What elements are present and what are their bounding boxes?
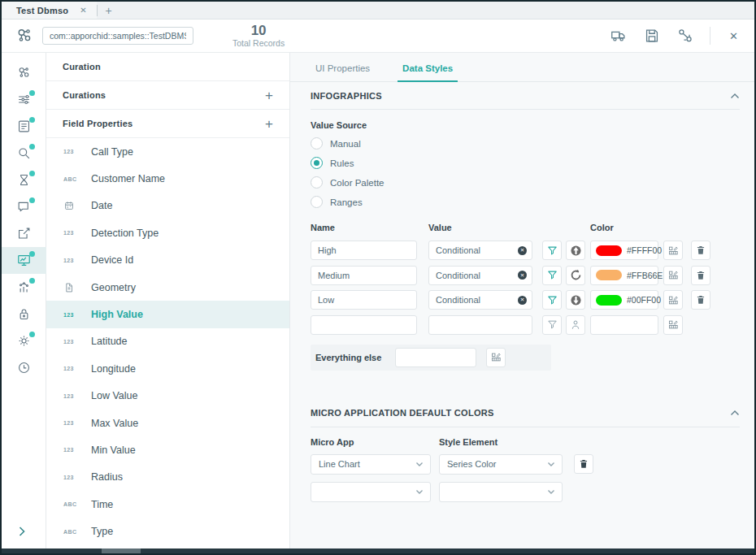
collapse-chevron-icon[interactable] bbox=[730, 410, 740, 416]
horizontal-scrollbar[interactable] bbox=[2, 548, 754, 553]
sidebar-item-pipeline[interactable] bbox=[2, 59, 46, 86]
field-item-detection-type[interactable]: 123 Detection Type bbox=[46, 219, 289, 246]
radio-rules[interactable]: Rules bbox=[311, 157, 740, 169]
sidebar-item-dashboard[interactable] bbox=[2, 247, 46, 274]
filter-funnel-button[interactable] bbox=[542, 290, 562, 310]
sidebar-item-publish[interactable] bbox=[2, 220, 46, 247]
column-header-style-element: Style Element bbox=[439, 437, 497, 447]
scrollbar-thumb[interactable] bbox=[102, 548, 141, 553]
palette-picker-button[interactable] bbox=[663, 315, 683, 335]
clear-value-icon[interactable]: ✕ bbox=[518, 271, 527, 280]
field-item-time[interactable]: ABC Time bbox=[46, 491, 289, 518]
arrow-down-circle-icon[interactable] bbox=[566, 290, 585, 310]
rule-name-input[interactable] bbox=[311, 315, 417, 335]
rule-value-input[interactable] bbox=[428, 315, 532, 335]
collapse-chevron-icon[interactable] bbox=[730, 93, 740, 99]
new-tab-button[interactable]: + bbox=[98, 4, 120, 17]
rule-name-input[interactable] bbox=[311, 266, 417, 285]
palette-picker-button[interactable] bbox=[663, 241, 683, 260]
delete-rule-button[interactable] bbox=[691, 266, 710, 285]
color-field[interactable]: #00FF00 bbox=[590, 290, 658, 310]
filter-funnel-button[interactable] bbox=[542, 315, 562, 335]
field-item-min-value[interactable]: 123 Min Value bbox=[46, 436, 289, 463]
field-item-device-id[interactable]: 123 Device Id bbox=[46, 247, 289, 274]
infographics-section-header[interactable]: INFOGRAPHICS bbox=[311, 82, 740, 110]
tab-title: Test Dbmso bbox=[16, 6, 68, 15]
style-element-select[interactable]: Series Color bbox=[439, 454, 563, 475]
sidebar-item-forms[interactable] bbox=[2, 113, 46, 140]
filter-funnel-button[interactable] bbox=[542, 266, 562, 285]
delete-micro-app-button[interactable] bbox=[574, 454, 593, 474]
clear-value-icon[interactable]: ✕ bbox=[518, 246, 527, 255]
person-icon[interactable] bbox=[566, 315, 585, 335]
main-panel: UI Properties Data Styles INFOGRAPHICS V… bbox=[290, 53, 754, 548]
add-curation-button[interactable]: + bbox=[265, 89, 273, 102]
sidebar-item-search[interactable] bbox=[2, 140, 46, 167]
color-field[interactable]: #FFB66E bbox=[590, 266, 658, 285]
tab-test-dbmso[interactable]: Test Dbmso ✕ bbox=[2, 2, 97, 19]
sidebar-item-comments[interactable] bbox=[2, 193, 46, 220]
arrow-up-circle-icon[interactable] bbox=[566, 241, 585, 260]
everything-else-input[interactable] bbox=[395, 348, 476, 367]
clear-value-icon[interactable]: ✕ bbox=[518, 296, 527, 305]
field-item-low-value[interactable]: 123 Low Value bbox=[46, 383, 289, 410]
section-curations: Curations + bbox=[46, 81, 289, 110]
tab-ui-properties[interactable]: UI Properties bbox=[311, 63, 375, 81]
sidebar-item-security[interactable] bbox=[2, 301, 46, 327]
calendar-icon bbox=[63, 200, 91, 211]
tab-close-icon[interactable]: ✕ bbox=[80, 6, 86, 15]
column-header-name: Name bbox=[311, 223, 428, 232]
rule-value-input[interactable] bbox=[428, 241, 532, 260]
field-label: Low Value bbox=[91, 390, 137, 401]
expand-sidebar-chevron-icon[interactable] bbox=[2, 526, 26, 540]
field-item-type[interactable]: ABC Type bbox=[46, 518, 289, 544]
filter-funnel-button[interactable] bbox=[542, 241, 562, 260]
radio-ranges[interactable]: Ranges bbox=[311, 196, 740, 208]
add-field-button[interactable]: + bbox=[265, 117, 273, 131]
rule-name-input[interactable] bbox=[311, 290, 417, 310]
micro-app-select[interactable]: Line Chart bbox=[311, 454, 431, 475]
sidebar-item-settings[interactable] bbox=[2, 327, 46, 354]
save-icon[interactable] bbox=[643, 27, 661, 45]
field-item-call-type[interactable]: 123 Call Type bbox=[46, 138, 289, 165]
radio-manual[interactable]: Manual bbox=[311, 137, 740, 150]
field-item-high-value[interactable]: 123 High Value bbox=[46, 301, 289, 327]
color-field[interactable]: #FFFF00 bbox=[590, 241, 658, 260]
delete-rule-button[interactable] bbox=[691, 290, 710, 310]
palette-picker-button[interactable] bbox=[663, 266, 683, 285]
sidebar-item-analytics[interactable] bbox=[2, 274, 46, 301]
field-item-radius[interactable]: 123 Radius bbox=[46, 464, 289, 491]
icon-rail bbox=[2, 53, 46, 548]
field-item-date[interactable]: Date bbox=[46, 193, 289, 219]
micro-app-section-header[interactable]: MICRO APPLICATION DEFAULT COLORS bbox=[311, 400, 740, 427]
sidebar-item-history[interactable] bbox=[2, 354, 46, 381]
rule-value-input[interactable] bbox=[428, 266, 532, 285]
field-item-max-value[interactable]: 123 Max Value bbox=[46, 410, 289, 436]
color-field[interactable] bbox=[590, 315, 658, 335]
deploy-truck-icon[interactable] bbox=[610, 27, 628, 45]
numeric-type-label: 123 bbox=[63, 258, 74, 263]
palette-picker-button[interactable] bbox=[486, 348, 506, 367]
rules-table-header: Name Value Color bbox=[311, 223, 740, 232]
style-element-select[interactable] bbox=[439, 482, 563, 502]
radio-color-palette[interactable]: Color Palette bbox=[311, 176, 740, 189]
delete-rule-button[interactable] bbox=[691, 241, 710, 260]
micro-app-select[interactable] bbox=[311, 482, 431, 502]
sidebar-item-tune[interactable] bbox=[2, 86, 46, 113]
field-item-latitude[interactable]: 123 Latitude bbox=[46, 328, 289, 355]
source-class-input[interactable] bbox=[42, 27, 193, 45]
hex-value: #FFFF00 bbox=[627, 245, 662, 255]
field-label: Latitude bbox=[91, 336, 127, 347]
field-item-customer-name[interactable]: ABC Customer Name bbox=[46, 165, 289, 192]
sidebar-item-dna[interactable] bbox=[2, 167, 46, 193]
rule-name-input[interactable] bbox=[311, 241, 417, 260]
services-icon[interactable] bbox=[676, 27, 694, 45]
close-icon[interactable]: ✕ bbox=[726, 30, 741, 42]
field-item-longitude[interactable]: 123 Longitude bbox=[46, 355, 289, 382]
tab-data-styles[interactable]: Data Styles bbox=[398, 63, 458, 81]
palette-picker-button[interactable] bbox=[663, 290, 683, 310]
field-item-geometry[interactable]: Geometry bbox=[46, 274, 289, 301]
rotate-icon[interactable] bbox=[566, 266, 585, 285]
notification-dot bbox=[29, 251, 35, 257]
rule-value-input[interactable] bbox=[428, 290, 532, 310]
